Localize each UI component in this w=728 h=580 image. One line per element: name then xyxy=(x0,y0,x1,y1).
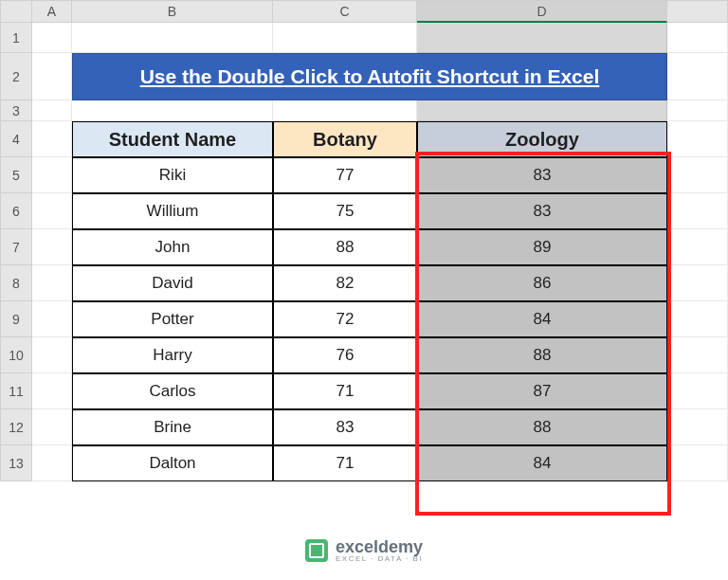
cell[interactable] xyxy=(32,121,72,157)
row-header-6[interactable]: 6 xyxy=(0,193,32,229)
cell[interactable] xyxy=(32,265,72,301)
col-header-a[interactable]: A xyxy=(32,0,72,23)
table-cell[interactable]: Dalton xyxy=(72,445,273,481)
col-header-blank[interactable] xyxy=(667,0,728,23)
cell[interactable] xyxy=(667,301,728,337)
watermark-sub: EXCEL · DATA · BI xyxy=(336,555,423,563)
table-cell[interactable]: 84 xyxy=(417,445,667,481)
table-cell[interactable]: 88 xyxy=(417,337,667,373)
cell[interactable] xyxy=(32,229,72,265)
col-header-d[interactable]: D xyxy=(417,0,667,23)
cell[interactable] xyxy=(667,373,728,409)
row-header-8[interactable]: 8 xyxy=(0,265,32,301)
row-header-5[interactable]: 5 xyxy=(0,157,32,193)
cell[interactable] xyxy=(32,193,72,229)
cell[interactable] xyxy=(32,53,72,100)
cell[interactable] xyxy=(667,157,728,193)
table-cell[interactable]: 87 xyxy=(417,373,667,409)
table-cell[interactable]: 75 xyxy=(273,193,417,229)
cell[interactable] xyxy=(32,337,72,373)
table-cell[interactable]: 83 xyxy=(417,193,667,229)
cell[interactable] xyxy=(667,121,728,157)
row-header-3[interactable]: 3 xyxy=(0,100,32,121)
cell[interactable] xyxy=(667,53,728,100)
row-header-2[interactable]: 2 xyxy=(0,53,32,100)
cell[interactable] xyxy=(32,157,72,193)
row-header-10[interactable]: 10 xyxy=(0,337,32,373)
table-cell[interactable]: Harry xyxy=(72,337,273,373)
cell[interactable] xyxy=(667,23,728,53)
cell[interactable] xyxy=(417,23,667,53)
table-cell[interactable]: 71 xyxy=(273,445,417,481)
cell[interactable] xyxy=(32,373,72,409)
table-cell[interactable]: 88 xyxy=(417,409,667,445)
cell[interactable] xyxy=(32,301,72,337)
cell[interactable] xyxy=(32,23,72,53)
row-header-9[interactable]: 9 xyxy=(0,301,32,337)
col-header-c[interactable]: C xyxy=(273,0,417,23)
table-cell[interactable]: 71 xyxy=(273,373,417,409)
cell[interactable] xyxy=(667,409,728,445)
cell[interactable] xyxy=(667,445,728,481)
cell[interactable] xyxy=(417,100,667,121)
watermark-main: exceldemy xyxy=(336,538,423,555)
table-cell[interactable]: 86 xyxy=(417,265,667,301)
table-cell[interactable]: 72 xyxy=(273,301,417,337)
cell[interactable] xyxy=(667,229,728,265)
row-header-4[interactable]: 4 xyxy=(0,121,32,157)
row-header-1[interactable]: 1 xyxy=(0,23,32,53)
col-header-b[interactable]: B xyxy=(72,0,273,23)
cell[interactable] xyxy=(32,445,72,481)
table-header-name: Student Name xyxy=(72,121,273,157)
table-header-zoology: Zoology xyxy=(417,121,667,157)
cell[interactable] xyxy=(667,100,728,121)
cell[interactable] xyxy=(72,100,273,121)
table-cell[interactable]: Riki xyxy=(72,157,273,193)
select-all-corner[interactable] xyxy=(0,0,32,23)
cell[interactable] xyxy=(32,409,72,445)
table-cell[interactable]: 89 xyxy=(417,229,667,265)
table-cell[interactable]: Carlos xyxy=(72,373,273,409)
table-cell[interactable]: Potter xyxy=(72,301,273,337)
cell[interactable] xyxy=(667,337,728,373)
row-header-12[interactable]: 12 xyxy=(0,409,32,445)
table-cell[interactable]: David xyxy=(72,265,273,301)
cell[interactable] xyxy=(72,23,273,53)
cell[interactable] xyxy=(32,100,72,121)
table-cell[interactable]: 76 xyxy=(273,337,417,373)
table-cell[interactable]: 82 xyxy=(273,265,417,301)
row-header-7[interactable]: 7 xyxy=(0,229,32,265)
table-cell[interactable]: 83 xyxy=(273,409,417,445)
table-cell[interactable]: 88 xyxy=(273,229,417,265)
row-header-11[interactable]: 11 xyxy=(0,373,32,409)
cell[interactable] xyxy=(273,23,417,53)
page-title: Use the Double Click to Autofit Shortcut… xyxy=(72,53,667,100)
watermark: exceldemy EXCEL · DATA · BI xyxy=(305,538,423,563)
table-cell[interactable]: John xyxy=(72,229,273,265)
cell[interactable] xyxy=(273,100,417,121)
table-cell[interactable]: Willium xyxy=(72,193,273,229)
cell[interactable] xyxy=(667,265,728,301)
row-header-13[interactable]: 13 xyxy=(0,445,32,481)
table-cell[interactable]: Brine xyxy=(72,409,273,445)
table-header-botany: Botany xyxy=(273,121,417,157)
table-cell[interactable]: 84 xyxy=(417,301,667,337)
table-cell[interactable]: 77 xyxy=(273,157,417,193)
spreadsheet-grid: A B C D 1 2 3 4 5 6 7 8 9 10 11 12 13 Us… xyxy=(0,0,728,481)
table-cell[interactable]: 83 xyxy=(417,157,667,193)
logo-icon xyxy=(305,539,328,562)
cell[interactable] xyxy=(667,193,728,229)
